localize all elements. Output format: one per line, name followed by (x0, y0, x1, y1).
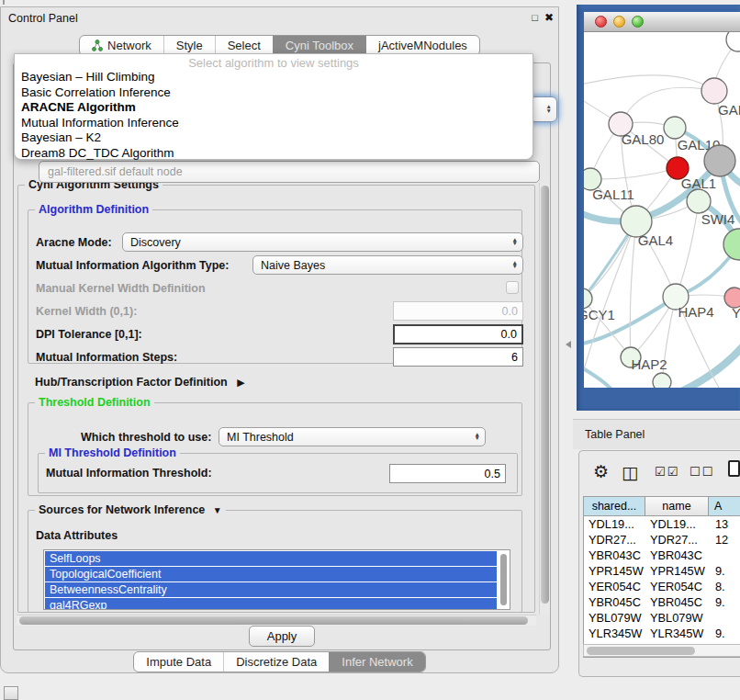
close-icon[interactable]: ✖ (544, 11, 554, 24)
inference-algorithm-combobox-partial[interactable]: ▲ ▼ (530, 96, 557, 122)
attribute-item-topologicalcoefficient[interactable]: TopologicalCoefficient (45, 567, 497, 581)
combobox-stepper-icon: ▲ ▼ (512, 238, 518, 246)
mi-steps-field[interactable]: 6 (393, 347, 523, 367)
node-label: GAL11 (592, 186, 634, 202)
kernel-width-field[interactable]: 0.0 (393, 301, 523, 321)
network-edge[interactable] (584, 365, 615, 388)
hub-transcription-factor-section[interactable]: Hub/Transcription Factor Definition ▶ (35, 376, 245, 389)
network-node-gal[interactable] (701, 78, 727, 104)
tab-select[interactable]: Select (215, 36, 273, 55)
network-view-window[interactable]: GALGAL80GAL10GAL1GAL11SWI4GAL4YHAP4GCY1H… (577, 5, 740, 411)
sources-legend[interactable]: Sources for Network Inference ▼ (35, 503, 226, 516)
window-zoom-button[interactable] (632, 16, 644, 28)
show-columns-checked-icon[interactable]: ☑☑ (655, 465, 679, 479)
table-row[interactable]: YPR145WYPR145W9. (584, 563, 740, 579)
tab-network[interactable]: Network (80, 36, 163, 55)
settings-horizontal-scrollbar[interactable] (17, 615, 536, 626)
tab-discretize-data[interactable]: Discretize Data (223, 652, 329, 672)
settings-gear-icon[interactable]: ⚙ (593, 461, 609, 482)
tab-label: Impute Data (146, 655, 211, 669)
network-edge[interactable] (630, 221, 636, 357)
table-cell: 8. (709, 580, 740, 593)
network-node-swi4[interactable] (687, 189, 711, 213)
tab-label: Select (228, 39, 261, 52)
dpi-tolerance-field[interactable]: 0.0 (393, 324, 523, 344)
combobox-stepper-icon: ▲ ▼ (475, 433, 480, 441)
data-attributes-label: Data Attributes (36, 529, 118, 542)
attribute-item-betweennesscentrality[interactable]: BetweennessCentrality (45, 582, 497, 597)
list-scrollbar-thumb[interactable] (500, 554, 507, 605)
column-header-a[interactable]: A (709, 497, 740, 515)
network-node-gcy1[interactable] (584, 288, 592, 309)
algorithm-option-dream8-dc-tdc-algorithm[interactable]: Dream8 DC_TDC Algorithm (15, 146, 533, 162)
network-node[interactable] (653, 373, 671, 388)
network-canvas[interactable]: GALGAL80GAL10GAL1GAL11SWI4GAL4YHAP4GCY1H… (584, 32, 740, 388)
apply-button[interactable]: Apply (249, 626, 315, 647)
attribute-item-selfloops[interactable]: SelfLoops (45, 551, 497, 566)
table-row[interactable]: YDR27...YDR27...12 (584, 532, 740, 548)
table-row[interactable]: YBR043CYBR043C (584, 548, 740, 563)
network-data-combobox-value: gal-filtered.sif default node (48, 165, 183, 178)
network-edge[interactable] (676, 201, 699, 297)
expanded-arrow-icon[interactable]: ▼ (213, 505, 222, 515)
settings-vertical-scrollbar-thumb[interactable] (541, 186, 549, 604)
cyni-bottom-tabs: Impute DataDiscretize DataInfer Network (133, 651, 425, 672)
table-row[interactable]: YBL079WYBL079W (584, 610, 740, 626)
tab-jactivemnodules[interactable]: jActiveMNodules (365, 36, 479, 55)
table-cell: YBR045C (645, 595, 709, 609)
network-edge[interactable] (590, 168, 678, 179)
window-close-button[interactable] (595, 16, 607, 28)
mi-threshold-field[interactable]: 0.5 (389, 464, 506, 483)
table-cell: 9. (709, 595, 740, 609)
network-window-titlebar[interactable] (584, 12, 740, 32)
algorithm-option-bayesian-hill-climbing[interactable]: Bayesian – Hill Climbing (15, 70, 533, 85)
stepper-down-icon: ▼ (512, 243, 518, 247)
network-edge[interactable] (679, 339, 740, 388)
split-column-icon[interactable]: ◫ (622, 462, 638, 483)
algorithm-option-mutual-information-inference[interactable]: Mutual Information Inference (15, 116, 533, 131)
sources-legend-label: Sources for Network Inference (39, 503, 205, 516)
column-header-name[interactable]: name (645, 497, 709, 515)
algorithm-option-aracne-algorithm[interactable]: ARACNE Algorithm (15, 100, 533, 116)
manual-kernel-width-checkbox[interactable] (506, 281, 519, 294)
which-threshold-value: MI Threshold (227, 431, 294, 444)
collapsed-arrow-icon[interactable]: ▶ (237, 377, 244, 388)
network-edge[interactable] (621, 87, 714, 124)
mi-algorithm-type-combobox[interactable]: Naive Bayes ▲ ▼ (252, 255, 523, 275)
window-minimize-button[interactable] (613, 16, 625, 28)
network-node[interactable] (704, 145, 735, 176)
data-attributes-listbox[interactable]: SelfLoopsTopologicalCoefficientBetweenne… (43, 549, 510, 610)
table-row[interactable]: YBR045CYBR045C9. (584, 594, 740, 610)
hide-columns-unchecked-icon[interactable]: ☐☐ (690, 465, 714, 479)
table-horizontal-scrollbar[interactable] (583, 644, 740, 657)
network-node-gal10[interactable] (664, 117, 686, 139)
network-data-combobox[interactable]: gal-filtered.sif default node (39, 161, 540, 183)
sources-for-network-inference-group: Sources for Network Inference ▼ Data Att… (28, 510, 522, 613)
table-horizontal-scrollbar-thumb[interactable] (587, 647, 695, 655)
algorithm-option-basic-correlation-inference[interactable]: Basic Correlation Inference (15, 85, 533, 101)
tab-cyni-toolbox[interactable]: Cyni Toolbox (273, 36, 365, 55)
algorithm-option-bayesian-k2[interactable]: Bayesian – K2 (15, 130, 533, 146)
splitter-collapse-arrow-icon[interactable] (566, 341, 571, 348)
which-threshold-combobox[interactable]: MI Threshold ▲ ▼ (219, 427, 486, 446)
float-window-icon[interactable]: □ (532, 12, 538, 23)
settings-vertical-scrollbar[interactable] (539, 183, 550, 615)
table-cell: 13 (709, 517, 740, 531)
settings-horizontal-scrollbar-thumb[interactable] (19, 616, 528, 625)
attribute-item-gal4rgexp[interactable]: gal4RGexp (45, 598, 497, 610)
table-row[interactable]: YLR345WYLR345W9. (584, 626, 740, 641)
column-header-shared[interactable]: shared... (584, 497, 645, 515)
network-node[interactable] (723, 229, 740, 260)
docked-panel-icon[interactable] (4, 686, 18, 700)
network-node[interactable] (726, 32, 740, 51)
tab-impute-data[interactable]: Impute Data (134, 652, 223, 672)
document-icon[interactable] (728, 460, 740, 477)
combobox-stepper-icon: ▲ ▼ (546, 105, 552, 113)
tab-infer-network[interactable]: Infer Network (329, 652, 424, 672)
aracne-mode-combobox[interactable]: Discovery ▲ ▼ (122, 232, 523, 252)
table-row[interactable]: YDL19...YDL19...13 (584, 516, 740, 532)
tab-style[interactable]: Style (163, 36, 215, 55)
table-cell: YDL19... (584, 517, 645, 531)
table-row[interactable]: YER054CYER054C8. (584, 579, 740, 594)
node-label: HAP4 (678, 304, 713, 320)
